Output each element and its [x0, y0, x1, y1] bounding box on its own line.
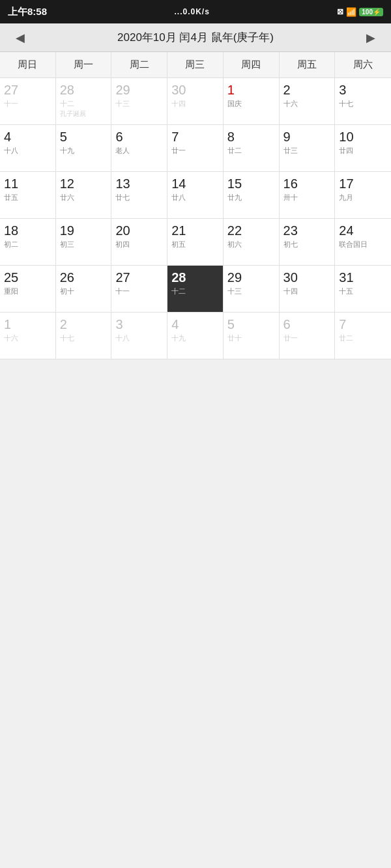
day-number: 7: [171, 129, 179, 145]
cal-cell-r0-c1[interactable]: 28十二孔子诞辰: [56, 78, 112, 125]
weekday-header-2: 周二: [111, 52, 167, 77]
day-number: 14: [171, 176, 186, 191]
day-number: 7: [339, 316, 346, 332]
day-number: 29: [227, 270, 242, 285]
cal-cell-r2-c0[interactable]: 11廿五: [0, 172, 56, 219]
cal-cell-r0-c6[interactable]: 3十七: [335, 78, 391, 125]
day-number: 23: [283, 223, 298, 238]
day-number: 21: [171, 223, 186, 238]
day-number: 20: [115, 223, 130, 238]
day-number: 27: [115, 270, 130, 285]
weekday-header-4: 周四: [224, 52, 280, 77]
cal-cell-r5-c1[interactable]: 2十七: [56, 313, 112, 359]
cal-cell-r3-c5[interactable]: 23初七: [280, 219, 336, 266]
day-number: 12: [60, 176, 74, 191]
cal-cell-r5-c4[interactable]: 5廿十: [224, 313, 280, 359]
day-lunar: 重阳: [4, 287, 18, 296]
cal-cell-r4-c1[interactable]: 26初十: [56, 266, 112, 313]
day-number: 9: [283, 129, 291, 145]
day-lunar: 廿一: [171, 146, 186, 156]
cal-cell-r2-c5[interactable]: 16卅十: [280, 172, 336, 219]
day-number: 10: [339, 129, 353, 145]
day-lunar: 国庆: [227, 99, 242, 109]
cal-cell-r2-c2[interactable]: 13廿七: [111, 172, 167, 219]
cal-cell-r1-c4[interactable]: 8廿二: [224, 125, 280, 172]
day-lunar: 十九: [171, 333, 186, 343]
cal-cell-r1-c6[interactable]: 10廿四: [335, 125, 391, 172]
day-number: 6: [115, 129, 123, 145]
cal-cell-r4-c5[interactable]: 30十四: [280, 266, 336, 313]
day-lunar: 十四: [283, 287, 298, 296]
cal-cell-r2-c6[interactable]: 17九月: [335, 172, 391, 219]
day-number: 11: [4, 176, 18, 191]
cal-cell-r4-c4[interactable]: 29十三: [224, 266, 280, 313]
day-number: 22: [227, 223, 242, 238]
cal-cell-r1-c2[interactable]: 6老人: [111, 125, 167, 172]
cal-cell-r5-c5[interactable]: 6廿一: [280, 313, 336, 359]
cal-cell-r0-c3[interactable]: 30十四: [167, 78, 224, 125]
cal-cell-r0-c2[interactable]: 29十三: [111, 78, 167, 125]
day-lunar: 廿九: [227, 193, 242, 203]
sim-icon: ⊠: [337, 7, 343, 16]
day-lunar: 初七: [283, 240, 298, 249]
day-lunar: 初十: [60, 287, 74, 296]
cal-cell-r4-c6[interactable]: 31十五: [335, 266, 391, 313]
day-number: 2: [283, 82, 291, 98]
cal-cell-r4-c2[interactable]: 27十一: [111, 266, 167, 313]
cal-cell-r2-c1[interactable]: 12廿六: [56, 172, 112, 219]
cal-cell-r5-c3[interactable]: 4十九: [167, 313, 224, 359]
day-number: 2: [60, 316, 67, 332]
cal-cell-r3-c4[interactable]: 22初六: [224, 219, 280, 266]
day-number: 25: [4, 270, 18, 285]
day-number: 31: [339, 270, 353, 285]
cal-cell-r1-c0[interactable]: 4十八: [0, 125, 56, 172]
weekday-header-0: 周日: [0, 52, 56, 77]
day-number: 13: [115, 176, 130, 191]
empty-area: [0, 359, 391, 776]
cal-cell-r3-c1[interactable]: 19初三: [56, 219, 112, 266]
cal-cell-r0-c5[interactable]: 2十六: [280, 78, 336, 125]
cal-cell-r4-c0[interactable]: 25重阳: [0, 266, 56, 313]
cal-cell-r3-c3[interactable]: 21初五: [167, 219, 224, 266]
weekday-header-row: 周日周一周二周三周四周五周六: [0, 52, 391, 78]
battery-indicator: 100⚡: [359, 8, 383, 16]
cal-cell-r5-c6[interactable]: 7廿二: [335, 313, 391, 359]
cal-cell-r2-c4[interactable]: 15廿九: [224, 172, 280, 219]
status-bar: 上午8:58 ...0.0K/s ⊠ 📶 100⚡: [0, 0, 391, 23]
day-number: 24: [339, 223, 353, 238]
day-lunar: 廿四: [339, 146, 353, 156]
day-lunar: 十一: [4, 99, 18, 109]
cal-cell-r3-c0[interactable]: 18初二: [0, 219, 56, 266]
cal-cell-r0-c0[interactable]: 27十一: [0, 78, 56, 125]
day-number: 27: [4, 82, 18, 98]
cal-cell-r4-c3[interactable]: 28十二: [167, 266, 224, 313]
weekday-header-1: 周一: [56, 52, 112, 77]
cal-cell-r0-c4[interactable]: 1国庆: [224, 78, 280, 125]
day-number: 4: [4, 129, 11, 145]
cal-cell-r3-c6[interactable]: 24联合国日: [335, 219, 391, 266]
cal-cell-r2-c3[interactable]: 14廿八: [167, 172, 224, 219]
day-lunar: 老人: [115, 146, 130, 156]
cal-cell-r1-c1[interactable]: 5十九: [56, 125, 112, 172]
cal-cell-r1-c5[interactable]: 9廿三: [280, 125, 336, 172]
day-lunar: 初四: [115, 240, 130, 249]
day-lunar: 十六: [4, 333, 18, 343]
prev-month-button[interactable]: ◀: [10, 31, 30, 45]
day-lunar: 十五: [339, 287, 353, 296]
day-lunar: 十二: [60, 99, 74, 109]
cal-cell-r3-c2[interactable]: 20初四: [111, 219, 167, 266]
next-month-button[interactable]: ▶: [361, 31, 381, 45]
day-number: 29: [115, 82, 130, 98]
day-lunar: 十九: [60, 146, 74, 156]
day-lunar: 十六: [283, 99, 298, 109]
cal-cell-r5-c0[interactable]: 1十六: [0, 313, 56, 359]
day-number: 3: [339, 82, 346, 98]
day-number: 19: [60, 223, 74, 238]
cal-cell-r1-c3[interactable]: 7廿一: [167, 125, 224, 172]
day-lunar: 廿三: [283, 146, 298, 156]
cal-cell-r5-c2[interactable]: 3十八: [111, 313, 167, 359]
day-lunar: 卅十: [283, 193, 298, 203]
weekday-header-5: 周五: [280, 52, 336, 77]
day-lunar: 九月: [339, 193, 353, 203]
day-lunar: 廿十: [227, 333, 242, 343]
